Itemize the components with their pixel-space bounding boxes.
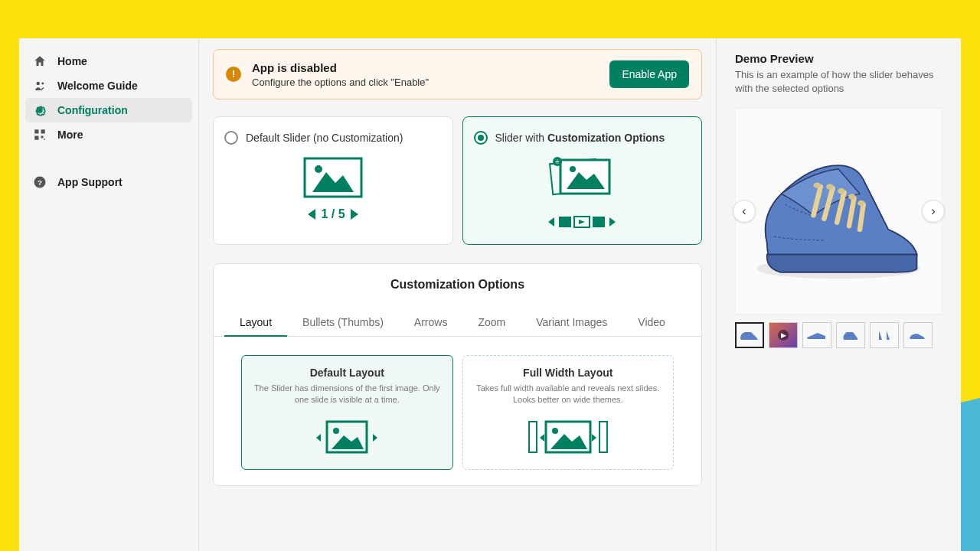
svg-point-0 [37,82,41,86]
tab-video[interactable]: Video [622,308,681,336]
sidebar-item-more[interactable]: More [19,122,198,147]
gear-icon [33,103,47,117]
preview-thumb[interactable] [870,322,899,348]
tab-bullets[interactable]: Bullets (Thumbs) [287,308,399,336]
layout-title: Full Width Layout [523,367,612,379]
radio-custom-slider[interactable] [474,131,488,145]
default-layout-card[interactable]: Default Layout The Slider has dimensions… [241,355,453,470]
svg-rect-26 [593,217,605,227]
custom-slider-graphic: + [544,155,620,230]
shoe-illustration [746,119,931,304]
layout-desc: Takes full width available and reveals n… [471,383,666,406]
preview-thumb[interactable] [802,322,831,348]
tab-arrows[interactable]: Arrows [399,308,463,336]
preview-main-image: ‹ › [735,108,942,315]
sidebar-item-configuration[interactable]: Configuration [25,98,192,122]
svg-rect-7 [44,139,45,140]
preview-thumb[interactable] [836,322,865,348]
sidebar: Home Welcome Guide Configuration More ? … [19,38,199,551]
preview-thumb[interactable] [735,322,764,348]
svg-marker-28 [316,434,321,442]
preview-thumb[interactable] [903,322,933,348]
tab-variant[interactable]: Variant Images [521,308,622,336]
svg-point-41 [814,182,821,187]
svg-marker-39 [592,434,596,442]
svg-rect-33 [529,422,537,452]
svg-rect-37 [599,422,607,452]
svg-rect-6 [41,136,44,139]
default-slider-label: Default Slider (no Customization) [246,132,403,144]
fullwidth-layout-card[interactable]: Full Width Layout Takes full width avail… [462,355,675,470]
sidebar-item-label: Configuration [57,104,128,116]
layout-title: Default Layout [310,367,384,379]
radio-default-slider[interactable] [224,131,238,145]
customization-panel: Customization Options Layout Bullets (Th… [213,263,702,486]
svg-point-12 [315,165,322,173]
svg-marker-11 [312,172,354,192]
svg-marker-15 [351,209,358,220]
banner-title: App is disabled [252,61,599,74]
sidebar-item-home[interactable]: Home [19,49,198,73]
svg-rect-23 [559,217,571,227]
svg-marker-31 [332,435,364,449]
custom-slider-card[interactable]: Slider with Customization Options + [462,116,703,245]
svg-text:+: + [555,158,560,166]
preview-next-button[interactable]: › [922,200,945,223]
svg-point-35 [552,428,558,434]
svg-marker-36 [550,434,587,449]
fullwidth-layout-graphic [526,417,610,458]
svg-rect-4 [41,129,45,133]
demo-preview-panel: Demo Preview This is an example of how t… [716,38,961,551]
svg-point-30 [333,428,339,434]
sidebar-item-label: App Support [57,176,122,188]
tab-zoom[interactable]: Zoom [462,308,521,336]
sidebar-item-label: Home [57,55,87,67]
layout-desc: The Slider has dimensions of the first i… [250,383,445,406]
preview-subtitle: This is an example of how the slider beh… [735,68,942,96]
svg-text:1 / 5: 1 / 5 [321,207,345,220]
tab-layout[interactable]: Layout [224,308,287,336]
svg-text:?: ? [38,178,42,187]
customization-tabs: Layout Bullets (Thumbs) Arrows Zoom Vari… [214,308,701,337]
svg-point-1 [41,83,44,85]
preview-thumbnails [735,322,942,348]
sidebar-item-label: More [57,129,83,141]
default-layout-graphic [309,417,385,458]
help-icon: ? [33,175,47,189]
preview-title: Demo Preview [735,52,942,65]
custom-slider-label: Slider with Customization Options [495,132,665,144]
default-slider-card[interactable]: Default Slider (no Customization) 1 / 5 [213,116,453,245]
svg-marker-27 [609,217,616,227]
banner-subtitle: Configure the options and click "Enable" [252,77,599,88]
svg-point-42 [827,184,834,189]
default-slider-graphic: 1 / 5 [299,155,368,223]
svg-rect-3 [34,129,38,133]
customization-title: Customization Options [214,278,701,292]
svg-point-2 [38,109,42,112]
svg-marker-38 [540,434,544,442]
svg-marker-25 [579,220,585,224]
guide-icon [33,79,47,93]
home-icon [33,54,47,68]
svg-rect-5 [34,136,38,140]
sidebar-item-label: Welcome Guide [57,80,138,92]
svg-point-44 [849,194,856,199]
sidebar-item-support[interactable]: ? App Support [19,170,198,194]
svg-point-45 [858,200,865,205]
preview-thumb-video[interactable] [769,322,798,348]
warning-icon: ! [226,67,241,82]
svg-point-43 [838,188,845,194]
svg-point-19 [570,166,576,172]
svg-marker-32 [373,434,377,442]
grid-icon [33,128,47,142]
sidebar-item-welcome[interactable]: Welcome Guide [19,73,198,98]
svg-marker-13 [308,209,315,220]
disabled-banner: ! App is disabled Configure the options … [213,49,702,99]
svg-marker-22 [548,217,554,227]
enable-app-button[interactable]: Enable App [609,60,689,88]
